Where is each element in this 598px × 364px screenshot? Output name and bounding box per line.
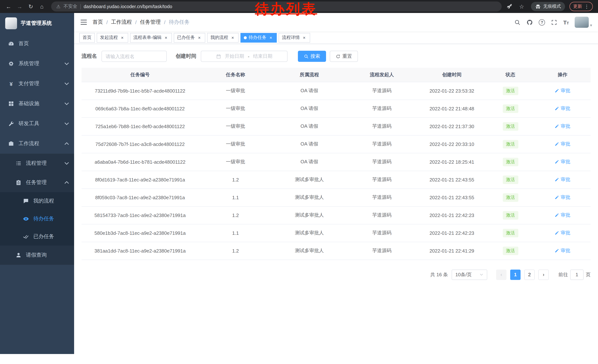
approve-link[interactable]: 审批 <box>555 212 570 218</box>
url-text[interactable]: dashboard.yudao.iocoder.cn/bpm/task/todo <box>83 4 172 9</box>
start-date-placeholder[interactable]: 开始日期 <box>225 53 244 60</box>
tab-form-edit[interactable]: 流程表单-编辑 × <box>130 33 172 42</box>
table-row: 069c6a63-7b8a-11ec-8ef0-acde48001122 一级审… <box>82 100 590 117</box>
breadcrumb-task-mgmt[interactable]: 任务管理 <box>140 19 161 25</box>
prev-page-button[interactable]: ‹ <box>496 269 507 280</box>
task-initiator: 芋道源码 <box>346 153 418 171</box>
tags-view: 首页 发起流程 × 流程表单-编辑 × 已办任务 × 我的流程 × <box>74 32 598 44</box>
font-size-icon[interactable]: T T <box>563 19 569 25</box>
browser-menu-icon[interactable]: ⋮ <box>584 4 589 9</box>
task-status: 激活 <box>486 206 535 224</box>
back-button[interactable]: ← <box>4 2 13 11</box>
github-icon[interactable] <box>526 19 533 25</box>
sidebar-item-leave-query[interactable]: 请假查询 <box>0 245 74 265</box>
search-icon[interactable] <box>514 19 521 25</box>
end-date-placeholder[interactable]: 结束日期 <box>253 53 272 60</box>
next-page-button[interactable]: › <box>538 269 549 280</box>
avatar[interactable] <box>575 17 589 28</box>
tab-process-detail[interactable]: 流程详情 × <box>279 33 310 42</box>
font-size-large: T <box>563 19 566 25</box>
sidebar-item-infrastructure[interactable]: 基础设施 <box>0 94 74 114</box>
reset-button[interactable]: 重置 <box>330 51 358 62</box>
tab-home[interactable]: 首页 <box>79 33 95 42</box>
tab-my-process[interactable]: 我的流程 × <box>207 33 239 42</box>
close-icon[interactable]: × <box>197 35 202 40</box>
task-name: 1.1 <box>199 188 272 206</box>
task-id: 75d72608-7b7f-11ec-a3c8-acde48001122 <box>82 135 199 153</box>
sidebar-item-home[interactable]: 首页 <box>0 34 74 54</box>
breadcrumb-separator: / <box>106 19 108 25</box>
status-badge: 激活 <box>503 175 518 184</box>
task-initiator: 芋道源码 <box>346 100 418 117</box>
reset-button-label: 重置 <box>342 53 352 60</box>
table-row: a6aba0a4-7b6d-11ec-b781-acde48001122 一级审… <box>82 153 590 171</box>
workflow-submenu: 流程管理 任务管理 我的流程 <box>0 154 74 265</box>
help-icon[interactable]: ? <box>539 19 545 25</box>
fullscreen-icon[interactable] <box>551 19 557 25</box>
tab-start-process[interactable]: 发起流程 × <box>97 33 128 42</box>
task-actions: 审批 <box>535 135 590 153</box>
bookmark-star-icon[interactable]: ☆ <box>517 2 526 11</box>
approve-link[interactable]: 审批 <box>555 105 570 112</box>
close-icon[interactable]: × <box>230 35 235 40</box>
breadcrumb-home[interactable]: 首页 <box>93 19 103 25</box>
app-logo-row[interactable]: 芋道管理系统 <box>0 13 74 34</box>
col-create-time: 创建时间 <box>418 68 486 82</box>
sidebar-item-devtools[interactable]: 研发工具 <box>0 114 74 134</box>
sidebar-item-system[interactable]: 系统管理 <box>0 54 74 74</box>
reload-button[interactable]: ↻ <box>26 2 36 11</box>
page-2-button[interactable]: 2 <box>524 269 535 280</box>
breadcrumb: 首页 / 工作流程 / 任务管理 / 待办任务 <box>93 19 190 25</box>
tab-done-tasks[interactable]: 已办任务 × <box>174 33 205 42</box>
search-button[interactable]: 搜索 <box>298 51 326 62</box>
table-row: 75d72608-7b7f-11ec-a3c8-acde48001122 一级审… <box>82 135 590 153</box>
approve-link[interactable]: 审批 <box>555 230 570 236</box>
caret-down-icon: ▾ <box>590 23 592 28</box>
task-process: OA 请假 <box>272 100 346 117</box>
close-icon[interactable]: × <box>268 35 274 40</box>
sidebar-item-done-tasks[interactable]: 已办任务 <box>0 228 74 245</box>
sidebar-item-process-mgmt[interactable]: 流程管理 <box>0 154 74 173</box>
approve-link[interactable]: 审批 <box>555 176 570 183</box>
hamburger-icon[interactable] <box>80 18 87 26</box>
eye-icon <box>23 216 29 222</box>
table-row: 8f059c03-7ac8-11ec-a9e2-a2380e71991a 1.1… <box>82 188 590 206</box>
approve-link[interactable]: 审批 <box>555 159 570 165</box>
security-label[interactable]: 不安全 <box>63 3 77 10</box>
approve-link[interactable]: 审批 <box>555 123 570 129</box>
sidebar-item-workflow[interactable]: 工作流程 <box>0 134 74 154</box>
approve-link[interactable]: 审批 <box>555 194 570 201</box>
close-icon[interactable]: × <box>120 35 125 40</box>
col-process: 所属流程 <box>272 68 346 82</box>
status-badge: 激活 <box>503 193 518 202</box>
update-button[interactable]: 更新 ⋮ <box>569 2 593 11</box>
date-range-picker[interactable]: 开始日期 - 结束日期 <box>201 51 288 62</box>
col-task-name: 任务名称 <box>199 68 272 82</box>
process-name-input[interactable] <box>106 54 163 59</box>
pen-icon <box>555 106 559 111</box>
breadcrumb-workflow[interactable]: 工作流程 <box>111 19 132 25</box>
sidebar-item-todo-tasks[interactable]: 待办任务 <box>0 210 74 228</box>
tab-todo-tasks[interactable]: 待办任务 × <box>241 33 277 42</box>
close-icon[interactable]: × <box>302 35 307 40</box>
sidebar-item-payment[interactable]: ¥ 支付管理 <box>0 74 74 94</box>
task-process: 测试多审批人 <box>272 242 346 259</box>
page-1-button[interactable]: 1 <box>510 269 521 280</box>
approve-link[interactable]: 审批 <box>555 247 570 254</box>
task-id: 725a1eb6-7b88-11ec-8ef0-acde48001122 <box>82 117 199 135</box>
key-icon[interactable] <box>506 3 512 10</box>
approve-link[interactable]: 审批 <box>555 87 570 94</box>
home-button[interactable]: ⌂ <box>37 2 47 11</box>
sidebar-item-my-process[interactable]: 我的流程 <box>0 192 74 210</box>
task-actions: 审批 <box>535 242 590 259</box>
goto-page-input[interactable] <box>570 269 583 280</box>
close-icon[interactable]: × <box>163 35 169 40</box>
forward-button[interactable]: → <box>15 2 25 11</box>
table-row: 725a1eb6-7b88-11ec-8ef0-acde48001122 一级审… <box>82 117 590 135</box>
table-row: 8f0d1619-7ac8-11ec-a9e2-a2380e71991a 1.2… <box>82 171 590 188</box>
sidebar-item-task-mgmt[interactable]: 任务管理 <box>0 173 74 192</box>
user-menu[interactable]: ▾ <box>575 17 592 28</box>
page-size-select[interactable]: 10条/页 <box>452 269 487 280</box>
address-bar[interactable]: ⚠ 不安全 dashboard.yudao.iocoder.cn/bpm/tas… <box>51 1 502 11</box>
approve-link[interactable]: 审批 <box>555 141 570 147</box>
